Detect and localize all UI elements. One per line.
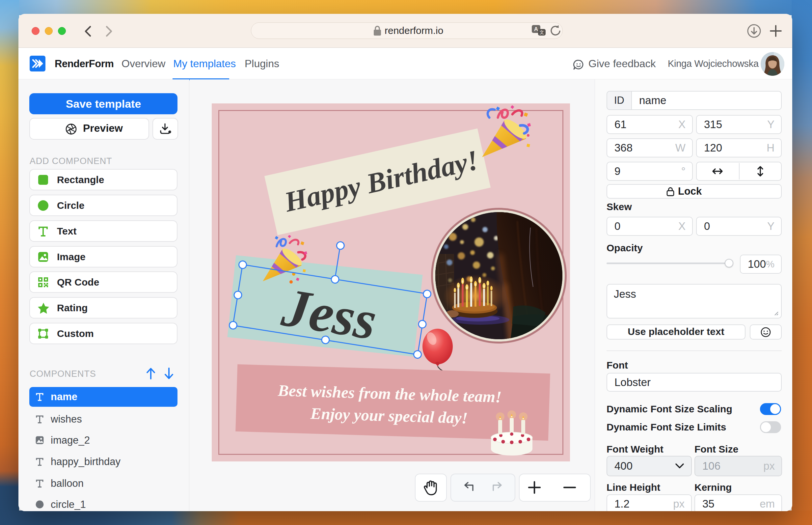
svg-text:A: A: [534, 26, 538, 32]
svg-text:文: 文: [540, 30, 544, 35]
